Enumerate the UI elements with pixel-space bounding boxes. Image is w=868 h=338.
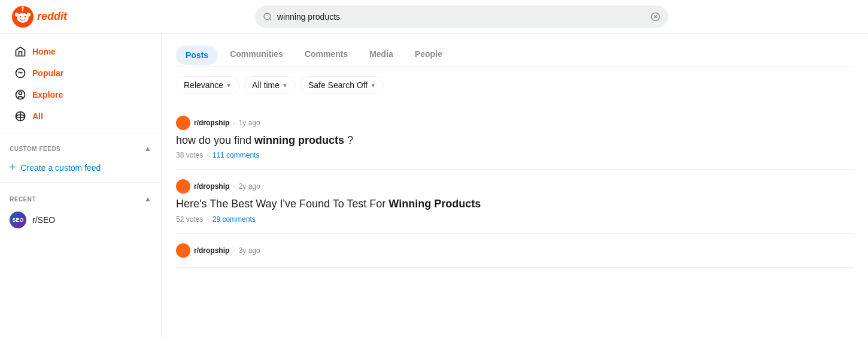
time-filter[interactable]: All time ▼ bbox=[244, 76, 296, 94]
sidebar-popular-label: Popular bbox=[32, 68, 63, 78]
safe-search-filter[interactable]: Safe Search Off ▼ bbox=[301, 76, 384, 94]
sidebar-item-home[interactable]: Home bbox=[5, 41, 156, 62]
recent-section[interactable]: RECENT ▲ bbox=[0, 188, 161, 208]
post-1-votes: 38 votes bbox=[176, 151, 203, 159]
all-icon bbox=[14, 110, 26, 122]
seo-avatar: SEO bbox=[10, 212, 26, 228]
svg-point-6 bbox=[25, 16, 26, 17]
post-3-time: 3y ago bbox=[239, 246, 260, 255]
search-tabs: Posts Communities Comments Media People bbox=[176, 43, 854, 67]
post-2-subreddit[interactable]: r/dropship bbox=[194, 182, 229, 191]
post-1-stats: 38 votes · 111 comments bbox=[176, 151, 854, 159]
post-item-1: r/dropship · 1y ago how do you find winn… bbox=[176, 106, 854, 170]
sidebar: Home Popular Explore Al bbox=[0, 34, 162, 338]
reddit-wordmark: reddit bbox=[37, 10, 67, 23]
app-body: Home Popular Explore Al bbox=[0, 34, 868, 338]
post-2-votes: 52 votes bbox=[176, 215, 203, 224]
relevance-chevron-icon: ▼ bbox=[226, 82, 232, 89]
svg-point-7 bbox=[15, 13, 19, 16]
custom-feeds-chevron-icon: ▲ bbox=[144, 144, 151, 153]
sidebar-item-popular[interactable]: Popular bbox=[5, 62, 156, 84]
post-2-stats: 52 votes · 29 comments bbox=[176, 215, 854, 224]
post-1-title-highlight: winning products bbox=[254, 134, 344, 146]
custom-feeds-title: CUSTOM FEEDS bbox=[10, 146, 60, 152]
divider-2 bbox=[0, 182, 161, 183]
post-2-title[interactable]: Here's The Best Way I've Found To Test F… bbox=[176, 197, 854, 211]
sidebar-home-label: Home bbox=[32, 47, 56, 56]
post-meta-1: r/dropship · 1y ago bbox=[176, 116, 854, 130]
tab-communities[interactable]: Communities bbox=[220, 43, 293, 67]
time-chevron-icon: ▼ bbox=[282, 82, 288, 89]
create-custom-feed-button[interactable]: + Create a custom feed bbox=[0, 158, 161, 177]
recent-chevron-icon: ▲ bbox=[144, 195, 151, 203]
svg-line-12 bbox=[269, 19, 271, 20]
tab-comments[interactable]: Comments bbox=[295, 43, 357, 67]
post-item-2: r/dropship · 2y ago Here's The Best Way … bbox=[176, 170, 854, 233]
sidebar-item-all[interactable]: All bbox=[5, 105, 156, 127]
trending-icon bbox=[14, 67, 26, 79]
post-2-time: 2y ago bbox=[239, 182, 260, 191]
tab-posts[interactable]: Posts bbox=[176, 46, 218, 65]
search-bar[interactable] bbox=[255, 5, 668, 28]
recent-item-seo[interactable]: SEO r/SEO bbox=[0, 208, 161, 232]
svg-point-10 bbox=[22, 6, 24, 8]
svg-point-19 bbox=[19, 92, 22, 95]
create-feed-label: Create a custom feed bbox=[21, 163, 101, 173]
post-2-avatar bbox=[176, 179, 190, 194]
post-1-comments[interactable]: 111 comments bbox=[213, 151, 260, 159]
post-item-3: r/dropship · 3y ago bbox=[176, 234, 854, 268]
clear-search-icon[interactable] bbox=[651, 12, 660, 22]
post-2-comments[interactable]: 29 comments bbox=[213, 215, 256, 224]
explore-icon bbox=[14, 89, 26, 101]
reddit-logo-icon bbox=[12, 6, 34, 28]
recent-title: RECENT bbox=[10, 196, 36, 203]
time-label: All time bbox=[252, 80, 280, 90]
sidebar-item-explore[interactable]: Explore bbox=[5, 84, 156, 105]
sidebar-all-label: All bbox=[32, 111, 43, 121]
main-content: Posts Communities Comments Media People … bbox=[162, 34, 868, 338]
post-1-time: 1y ago bbox=[239, 119, 260, 127]
divider-1 bbox=[0, 132, 161, 132]
post-3-subreddit[interactable]: r/dropship bbox=[194, 246, 229, 255]
post-meta-2: r/dropship · 2y ago bbox=[176, 179, 854, 194]
sidebar-explore-label: Explore bbox=[32, 90, 63, 99]
svg-point-8 bbox=[27, 13, 31, 16]
relevance-filter[interactable]: Relevance ▼ bbox=[176, 76, 239, 94]
logo[interactable]: reddit bbox=[12, 6, 67, 28]
search-icon bbox=[263, 12, 272, 22]
safe-search-chevron-icon: ▼ bbox=[370, 82, 376, 89]
home-icon bbox=[14, 46, 26, 58]
svg-point-5 bbox=[20, 16, 21, 17]
search-container bbox=[255, 5, 668, 28]
post-1-title[interactable]: how do you find winning products ? bbox=[176, 134, 854, 147]
post-3-avatar bbox=[176, 243, 190, 258]
relevance-label: Relevance bbox=[184, 80, 223, 90]
post-1-title-suffix: ? bbox=[344, 134, 353, 146]
post-meta-3: r/dropship · 3y ago bbox=[176, 243, 854, 258]
recent-seo-label: r/SEO bbox=[32, 215, 55, 225]
post-2-title-highlight: Winning Products bbox=[389, 198, 481, 210]
post-1-avatar bbox=[176, 116, 190, 130]
plus-icon: + bbox=[10, 161, 16, 174]
search-input[interactable] bbox=[277, 12, 646, 22]
svg-point-11 bbox=[264, 13, 271, 20]
filter-row: Relevance ▼ All time ▼ Safe Search Off ▼ bbox=[176, 76, 854, 94]
tab-people[interactable]: People bbox=[405, 43, 452, 67]
tab-media[interactable]: Media bbox=[360, 43, 403, 67]
post-1-subreddit[interactable]: r/dropship bbox=[194, 119, 229, 127]
header: reddit bbox=[0, 0, 868, 34]
post-2-title-prefix: Here's The Best Way I've Found To Test F… bbox=[176, 198, 389, 210]
custom-feeds-section[interactable]: CUSTOM FEEDS ▲ bbox=[0, 137, 161, 158]
post-1-title-prefix: how do you find bbox=[176, 134, 254, 146]
safe-search-label: Safe Search Off bbox=[308, 80, 368, 90]
